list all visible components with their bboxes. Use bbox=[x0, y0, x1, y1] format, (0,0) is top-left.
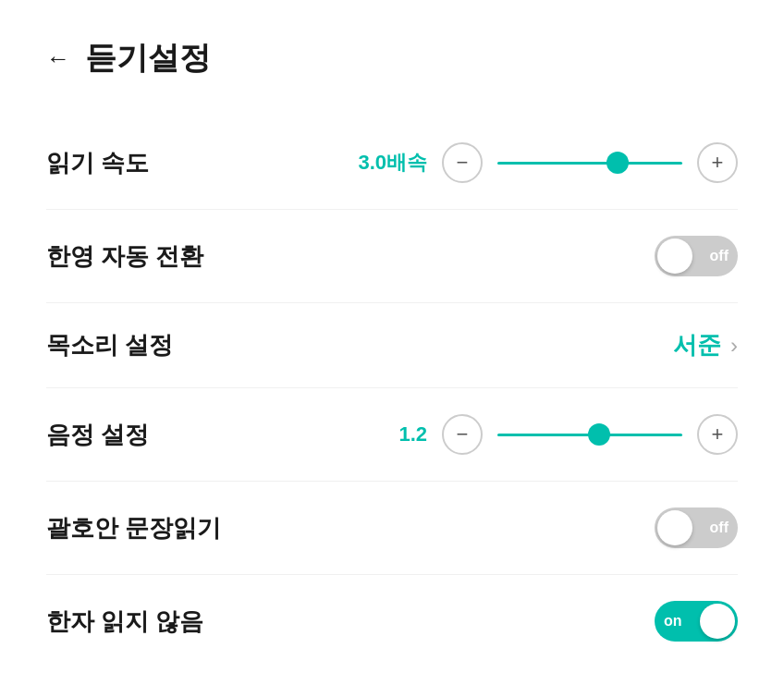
voice-setting-label: 목소리 설정 bbox=[46, 329, 173, 361]
reading-speed-slider[interactable] bbox=[497, 142, 682, 183]
page-container: ← 듣기설정 읽기 속도 3.0배속 − + 한영 자동 전환 bbox=[0, 0, 784, 697]
pitch-track bbox=[497, 434, 682, 436]
no-hanja-toggle-knob bbox=[700, 604, 735, 639]
pitch-increase-button[interactable]: + bbox=[697, 414, 738, 455]
no-hanja-toggle[interactable]: on bbox=[655, 601, 738, 642]
setting-row-no-hanja: 한자 읽지 않음 on bbox=[46, 575, 738, 667]
bracket-toggle-label: off bbox=[710, 520, 729, 536]
auto-lang-label: 한영 자동 전환 bbox=[46, 240, 203, 273]
reading-speed-label: 읽기 속도 bbox=[46, 147, 149, 179]
reading-speed-track bbox=[497, 162, 682, 165]
setting-row-voice[interactable]: 목소리 설정 서준 › bbox=[46, 303, 738, 388]
setting-row-auto-lang: 한영 자동 전환 off bbox=[46, 210, 738, 303]
auto-lang-toggle-label: off bbox=[710, 248, 729, 264]
settings-list: 읽기 속도 3.0배속 − + 한영 자동 전환 off 목소리 설 bbox=[46, 116, 738, 667]
pitch-slider[interactable] bbox=[497, 414, 682, 455]
bracket-label: 괄호안 문장읽기 bbox=[46, 512, 221, 544]
pitch-thumb bbox=[588, 423, 610, 446]
voice-setting-value: 서준 bbox=[673, 329, 721, 361]
voice-setting-control: 서준 › bbox=[673, 329, 738, 361]
page-title: 듣기설정 bbox=[85, 37, 211, 79]
no-hanja-toggle-label: on bbox=[664, 613, 682, 630]
setting-row-bracket: 괄호안 문장읽기 off bbox=[46, 482, 738, 575]
pitch-control: 1.2 − + bbox=[398, 414, 738, 455]
header: ← 듣기설정 bbox=[46, 37, 738, 79]
reading-speed-value: 3.0배속 bbox=[358, 149, 427, 177]
pitch-decrease-button[interactable]: − bbox=[442, 414, 483, 455]
setting-row-pitch: 음정 설정 1.2 − + bbox=[46, 388, 738, 482]
bracket-toggle-knob bbox=[657, 510, 692, 545]
pitch-value: 1.2 bbox=[398, 422, 427, 446]
back-button[interactable]: ← bbox=[46, 44, 70, 73]
no-hanja-label: 한자 읽지 않음 bbox=[46, 605, 203, 638]
setting-row-reading-speed: 읽기 속도 3.0배속 − + bbox=[46, 116, 738, 210]
reading-speed-decrease-button[interactable]: − bbox=[442, 142, 483, 183]
chevron-right-icon: › bbox=[730, 333, 738, 359]
auto-lang-toggle-knob bbox=[657, 238, 692, 274]
auto-lang-toggle[interactable]: off bbox=[655, 236, 738, 276]
reading-speed-increase-button[interactable]: + bbox=[697, 142, 738, 183]
reading-speed-thumb bbox=[606, 152, 629, 174]
pitch-label: 음정 설정 bbox=[46, 419, 149, 451]
bracket-toggle[interactable]: off bbox=[655, 507, 738, 548]
reading-speed-control: 3.0배속 − + bbox=[358, 142, 738, 183]
